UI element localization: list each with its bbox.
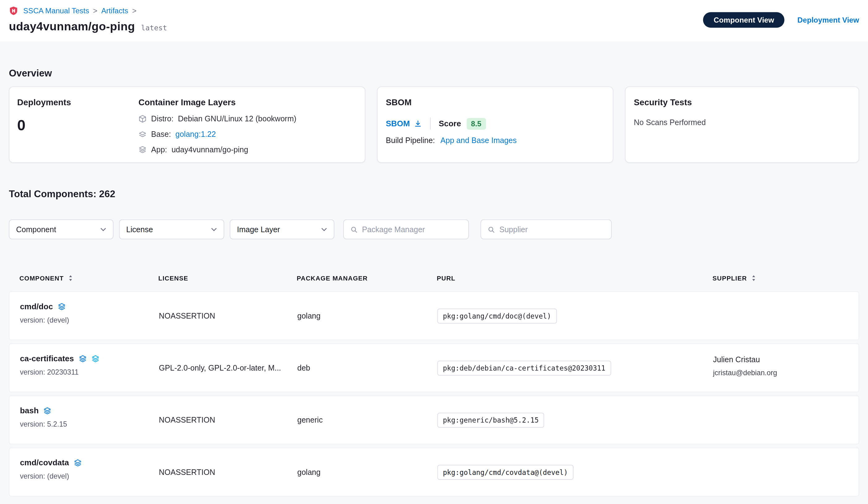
divider bbox=[430, 117, 431, 129]
column-header-label: LICENSE bbox=[158, 275, 188, 281]
main-content: Overview Deployments 0 Container Image L… bbox=[0, 68, 868, 496]
breadcrumb-link-ssca[interactable]: SSCA Manual Tests bbox=[23, 7, 89, 15]
purl-value: pkg:golang/cmd/covdata@(devel) bbox=[437, 465, 574, 480]
supplier-email: jcristau@debian.org bbox=[713, 369, 860, 377]
chevron-down-icon bbox=[321, 228, 327, 232]
breadcrumb-separator: > bbox=[93, 7, 97, 15]
component-name: bash bbox=[20, 406, 39, 415]
package-manager-search bbox=[343, 220, 469, 239]
license-cell: GPL-2.0-only, GPL-2.0-or-later, M... bbox=[159, 363, 297, 372]
image-layer-filter-label: Image Layer bbox=[237, 225, 280, 234]
deployments-label: Deployments bbox=[17, 98, 138, 108]
base-image-icon bbox=[138, 130, 147, 138]
image-layers-label: Container Image Layers bbox=[138, 98, 357, 108]
package-manager-cell: generic bbox=[297, 415, 437, 424]
sbom-link-label: SBOM bbox=[386, 119, 410, 128]
overview-heading: Overview bbox=[9, 68, 859, 79]
component-version: version: 5.2.15 bbox=[20, 420, 159, 428]
component-filter-label: Component bbox=[16, 225, 56, 234]
download-icon[interactable] bbox=[414, 120, 422, 128]
deployments-layers-card: Deployments 0 Container Image Layers Dis… bbox=[9, 87, 365, 163]
supplier-cell bbox=[713, 396, 860, 444]
component-cell: cmd/doc version: (devel) bbox=[9, 292, 159, 340]
app-value: uday4vunnam/go-ping bbox=[172, 145, 248, 154]
column-header-component[interactable]: COMPONENT bbox=[9, 275, 158, 281]
image-layers-section: Container Image Layers Distro: Debian GN… bbox=[138, 98, 357, 152]
build-pipeline-label: Build Pipeline: bbox=[386, 135, 435, 144]
artifact-tag: latest bbox=[141, 24, 167, 32]
purl-value: pkg:golang/cmd/doc@(devel) bbox=[437, 308, 557, 323]
license-filter-dropdown[interactable]: License bbox=[119, 220, 224, 239]
score-badge: 8.5 bbox=[466, 118, 486, 129]
score-label: Score bbox=[438, 119, 461, 128]
column-header-label: PURL bbox=[437, 275, 455, 281]
chevron-down-icon bbox=[100, 228, 106, 232]
supplier-input[interactable] bbox=[499, 225, 604, 234]
sbom-card-title: SBOM bbox=[386, 98, 604, 108]
chevron-down-icon bbox=[211, 228, 217, 232]
app-line: App: uday4vunnam/go-ping bbox=[138, 145, 357, 154]
package-manager-cell: golang bbox=[297, 467, 437, 476]
column-header-license: LICENSE bbox=[158, 275, 297, 281]
column-header-supplier[interactable]: SUPPLIER bbox=[712, 275, 859, 281]
distro-line: Distro: Debian GNU/Linux 12 (bookworm) bbox=[138, 114, 357, 123]
sbom-row: SBOM Score 8.5 bbox=[386, 117, 604, 129]
component-name: cmd/doc bbox=[20, 302, 53, 311]
app-label: App: bbox=[151, 145, 167, 154]
purl-cell: pkg:golang/cmd/doc@(devel) bbox=[437, 308, 713, 323]
component-version: version: 20230311 bbox=[20, 368, 159, 376]
build-pipeline-link[interactable]: App and Base Images bbox=[441, 135, 517, 144]
component-name: ca-certificates bbox=[20, 354, 74, 363]
page-header: SSCA Manual Tests > Artifacts > uday4vun… bbox=[0, 0, 868, 41]
purl-cell: pkg:generic/bash@5.2.15 bbox=[437, 412, 713, 427]
deployments-count: 0 bbox=[17, 117, 138, 134]
table-row: ca-certificates version: 20230311 GPL-2.… bbox=[9, 344, 859, 392]
table-row: bash version: 5.2.15 NOASSERTION generic… bbox=[9, 396, 859, 444]
table-row: cmd/covdata version: (devel) NOASSERTION… bbox=[9, 448, 859, 496]
layers-icon bbox=[73, 458, 82, 467]
supplier-cell bbox=[713, 292, 860, 340]
column-header-label: COMPONENT bbox=[20, 275, 64, 281]
security-tests-status: No Scans Performed bbox=[634, 118, 850, 127]
deployment-view-link[interactable]: Deployment View bbox=[797, 16, 859, 24]
total-components-heading: Total Components: 262 bbox=[9, 188, 859, 200]
supplier-search bbox=[480, 220, 611, 239]
sbom-download-link[interactable]: SBOM bbox=[386, 119, 421, 128]
table-header: COMPONENT LICENSE PACKAGE MANAGER PURL S… bbox=[9, 270, 859, 286]
distro-label: Distro: bbox=[151, 114, 174, 123]
layers-icon bbox=[78, 354, 86, 363]
column-header-label: SUPPLIER bbox=[712, 275, 747, 281]
build-pipeline-row: Build Pipeline: App and Base Images bbox=[386, 135, 604, 144]
layers-icon bbox=[57, 302, 65, 311]
page-title: uday4vunnam/go-ping bbox=[9, 20, 135, 33]
component-view-button[interactable]: Component View bbox=[703, 12, 785, 28]
purl-value: pkg:generic/bash@5.2.15 bbox=[437, 412, 545, 427]
package-manager-cell: golang bbox=[297, 311, 437, 320]
purl-cell: pkg:golang/cmd/covdata@(devel) bbox=[437, 465, 713, 480]
security-tests-title: Security Tests bbox=[634, 98, 850, 108]
table-row: cmd/doc version: (devel) NOASSERTION gol… bbox=[9, 291, 859, 340]
component-cell: ca-certificates version: 20230311 bbox=[9, 344, 159, 392]
base-label: Base: bbox=[151, 130, 171, 139]
supplier-cell: Julien Cristau jcristau@debian.org bbox=[713, 344, 860, 392]
supplier-cell bbox=[713, 448, 860, 496]
harness-logo-icon bbox=[9, 6, 18, 16]
component-version: version: (devel) bbox=[20, 472, 159, 481]
security-tests-card: Security Tests No Scans Performed bbox=[625, 87, 859, 163]
component-filter-dropdown[interactable]: Component bbox=[9, 220, 114, 239]
license-cell: NOASSERTION bbox=[159, 467, 297, 476]
distro-value: Debian GNU/Linux 12 (bookworm) bbox=[178, 114, 296, 123]
breadcrumb-link-artifacts[interactable]: Artifacts bbox=[101, 7, 128, 15]
package-manager-input[interactable] bbox=[362, 225, 462, 234]
sort-icon[interactable] bbox=[751, 275, 757, 281]
base-image-link[interactable]: golang:1.22 bbox=[175, 130, 216, 139]
sort-icon[interactable] bbox=[68, 275, 74, 281]
license-cell: NOASSERTION bbox=[159, 415, 297, 424]
purl-value: pkg:deb/debian/ca-certificates@20230311 bbox=[437, 360, 611, 375]
page: SSCA Manual Tests > Artifacts > uday4vun… bbox=[0, 0, 868, 504]
package-manager-cell: deb bbox=[297, 363, 437, 372]
column-header-package-manager: PACKAGE MANAGER bbox=[297, 275, 437, 281]
distro-icon bbox=[138, 114, 147, 123]
image-layer-filter-dropdown[interactable]: Image Layer bbox=[230, 220, 334, 239]
supplier-name: Julien Cristau bbox=[713, 355, 860, 364]
